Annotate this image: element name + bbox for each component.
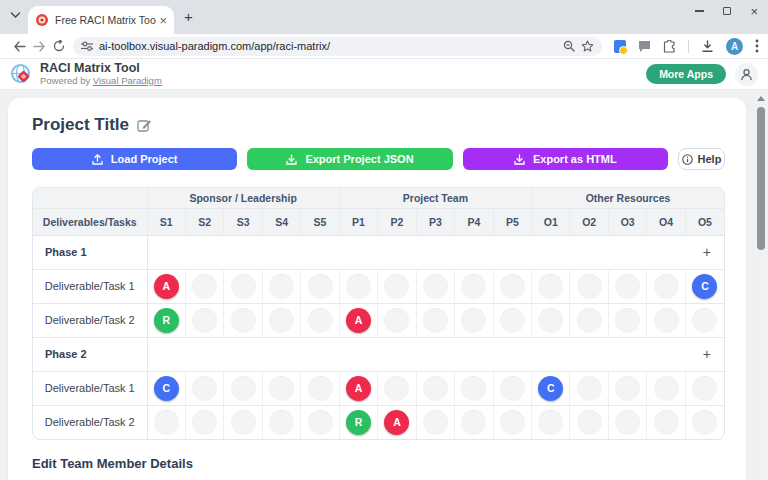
raci-cell-P4[interactable] xyxy=(461,376,486,401)
raci-cell-O4[interactable] xyxy=(654,410,679,435)
raci-cell-S1[interactable] xyxy=(154,410,179,435)
col-header-S2[interactable]: S2 xyxy=(185,208,223,235)
col-header-S5[interactable]: S5 xyxy=(301,208,339,235)
raci-cell-O2[interactable] xyxy=(577,410,602,435)
raci-cell-S3[interactable] xyxy=(231,308,256,333)
raci-cell-S2[interactable] xyxy=(192,376,217,401)
window-maximize-button[interactable] xyxy=(723,7,731,15)
raci-cell-S4[interactable] xyxy=(269,376,294,401)
forward-icon[interactable] xyxy=(29,41,49,52)
col-header-P2[interactable]: P2 xyxy=(378,208,416,235)
raci-cell-P4[interactable] xyxy=(461,410,486,435)
raci-cell-O2[interactable] xyxy=(577,308,602,333)
url-text[interactable]: ai-toolbox.visual-paradigm.com/app/raci-… xyxy=(99,40,557,52)
col-header-O2[interactable]: O2 xyxy=(570,208,608,235)
more-apps-button[interactable]: More Apps xyxy=(646,64,726,84)
reload-icon[interactable] xyxy=(49,40,69,52)
export-json-button[interactable]: Export Project JSON xyxy=(247,148,452,170)
raci-cell-P5[interactable] xyxy=(500,274,525,299)
raci-cell-S4[interactable] xyxy=(269,410,294,435)
raci-cell-S5[interactable] xyxy=(308,274,333,299)
raci-cell-P2[interactable] xyxy=(384,308,409,333)
col-header-P4[interactable]: P4 xyxy=(455,208,493,235)
raci-cell-S4[interactable] xyxy=(269,308,294,333)
raci-cell-P2[interactable] xyxy=(384,376,409,401)
raci-cell-O1[interactable] xyxy=(538,274,563,299)
col-header-O4[interactable]: O4 xyxy=(647,208,685,235)
raci-cell-O4[interactable] xyxy=(654,308,679,333)
task-label[interactable]: Deliverable/Task 2 xyxy=(33,405,147,439)
raci-cell-S5[interactable] xyxy=(308,308,333,333)
raci-cell-O1[interactable] xyxy=(538,308,563,333)
bookmark-star-icon[interactable] xyxy=(581,40,594,53)
window-close-button[interactable]: × xyxy=(750,5,758,18)
task-label[interactable]: Deliverable/Task 2 xyxy=(33,303,147,337)
extensions-puzzle-icon[interactable] xyxy=(663,40,676,53)
col-header-O5[interactable]: O5 xyxy=(685,208,724,235)
browser-tab[interactable]: Free RACI Matrix Tool | Assign R × xyxy=(28,6,174,34)
raci-cell-O4[interactable] xyxy=(654,376,679,401)
downloads-icon[interactable] xyxy=(701,40,714,53)
col-header-S1[interactable]: S1 xyxy=(147,208,185,235)
raci-cell-P5[interactable] xyxy=(500,410,525,435)
raci-cell-O4[interactable] xyxy=(654,274,679,299)
raci-cell-S3[interactable] xyxy=(231,410,256,435)
raci-cell-O5[interactable] xyxy=(692,376,717,401)
tab-close-icon[interactable]: × xyxy=(159,14,167,27)
add-task-button[interactable]: + xyxy=(703,346,711,362)
raci-badge-P2-A[interactable]: A xyxy=(384,410,409,435)
raci-badge-P1-A[interactable]: A xyxy=(346,308,371,333)
raci-badge-O1-C[interactable]: C xyxy=(538,376,563,401)
raci-cell-S5[interactable] xyxy=(308,410,333,435)
raci-cell-P1[interactable] xyxy=(346,274,371,299)
raci-cell-P3[interactable] xyxy=(423,308,448,333)
col-header-O1[interactable]: O1 xyxy=(532,208,570,235)
raci-cell-S2[interactable] xyxy=(192,274,217,299)
edit-title-icon[interactable] xyxy=(137,118,152,133)
raci-cell-O3[interactable] xyxy=(615,308,640,333)
col-header-P5[interactable]: P5 xyxy=(493,208,531,235)
window-minimize-button[interactable] xyxy=(695,10,704,11)
task-label[interactable]: Deliverable/Task 1 xyxy=(33,371,147,405)
raci-badge-P1-R[interactable]: R xyxy=(346,410,371,435)
profile-avatar[interactable]: A xyxy=(726,38,743,55)
address-bar[interactable]: ai-toolbox.visual-paradigm.com/app/raci-… xyxy=(73,37,602,56)
menu-dots-icon[interactable] xyxy=(755,39,759,53)
raci-cell-P4[interactable] xyxy=(461,274,486,299)
export-html-button[interactable]: Export as HTML xyxy=(463,148,668,170)
scrollbar-thumb[interactable] xyxy=(757,107,765,250)
help-button[interactable]: Help xyxy=(678,148,725,170)
col-header-S4[interactable]: S4 xyxy=(262,208,300,235)
back-icon[interactable] xyxy=(9,41,29,52)
raci-badge-S1-R[interactable]: R xyxy=(154,308,179,333)
col-header-O3[interactable]: O3 xyxy=(608,208,646,235)
phase-label[interactable]: Phase 1 xyxy=(33,235,147,269)
raci-cell-O5[interactable] xyxy=(692,308,717,333)
raci-cell-S4[interactable] xyxy=(269,274,294,299)
page-scrollbar[interactable] xyxy=(754,90,768,480)
raci-badge-S1-C[interactable]: C xyxy=(154,376,179,401)
zoom-icon[interactable] xyxy=(563,40,575,52)
raci-cell-O2[interactable] xyxy=(577,376,602,401)
raci-cell-P3[interactable] xyxy=(423,274,448,299)
task-label[interactable]: Deliverable/Task 1 xyxy=(33,269,147,303)
raci-cell-O3[interactable] xyxy=(615,376,640,401)
new-tab-button[interactable]: + xyxy=(184,8,193,25)
scrollbar-up-arrow-icon[interactable] xyxy=(757,96,765,101)
visual-paradigm-link[interactable]: Visual Paradigm xyxy=(93,75,162,86)
raci-cell-S5[interactable] xyxy=(308,376,333,401)
raci-cell-P3[interactable] xyxy=(423,376,448,401)
site-settings-tune-icon[interactable] xyxy=(81,41,93,51)
col-header-P3[interactable]: P3 xyxy=(416,208,454,235)
docs-extension-icon[interactable] xyxy=(614,40,626,53)
raci-cell-P3[interactable] xyxy=(423,410,448,435)
col-header-S3[interactable]: S3 xyxy=(224,208,262,235)
phase-label[interactable]: Phase 2 xyxy=(33,337,147,371)
raci-cell-O3[interactable] xyxy=(615,274,640,299)
add-task-button[interactable]: + xyxy=(703,244,711,260)
raci-cell-P5[interactable] xyxy=(500,376,525,401)
chat-extension-icon[interactable] xyxy=(638,40,651,52)
raci-badge-P1-A[interactable]: A xyxy=(346,376,371,401)
raci-cell-P5[interactable] xyxy=(500,308,525,333)
raci-cell-O3[interactable] xyxy=(615,410,640,435)
